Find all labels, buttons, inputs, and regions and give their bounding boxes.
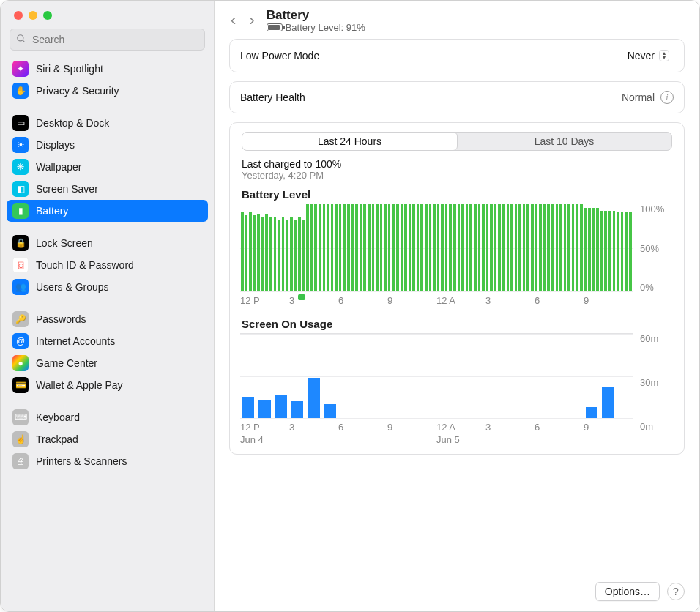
minimize-window-button[interactable]	[29, 11, 37, 20]
screen-on-chart	[240, 334, 633, 419]
time-range-segmented-control[interactable]: Last 24 Hours Last 10 Days	[242, 132, 672, 151]
battery-level-chart-title: Battery Level	[242, 188, 674, 201]
battery-health-panel: Battery Health Normal i	[229, 81, 685, 113]
low-power-mode-value: Never	[628, 50, 655, 61]
sidebar-item-printers-scanners[interactable]: 🖨Printers & Scanners	[7, 450, 208, 472]
sidebar-icon: @	[12, 333, 29, 349]
sidebar-item-label: Keyboard	[36, 411, 80, 423]
battery-health-value: Normal	[622, 92, 655, 103]
nav-back-button[interactable]: ‹	[229, 11, 237, 30]
sidebar-item-label: Game Center	[36, 357, 97, 369]
help-button[interactable]: ?	[667, 583, 685, 600]
battery-chart-y-axis: 100%50%0%	[640, 204, 674, 306]
header: ‹ › Battery Battery Level: 91%	[215, 1, 699, 39]
page-subtitle: Battery Level: 91%	[267, 22, 365, 33]
sidebar-item-trackpad[interactable]: ☝Trackpad	[7, 428, 208, 450]
sidebar-icon: 🖨	[12, 453, 29, 469]
low-power-panel: Low Power Mode Never ▴▾	[229, 39, 685, 72]
sidebar-icon: ✦	[12, 61, 29, 77]
sidebar-item-game-center[interactable]: ●Game Center	[7, 352, 208, 374]
tab-last-10-days[interactable]: Last 10 Days	[457, 133, 671, 150]
sidebar-item-siri-spotlight[interactable]: ✦Siri & Spotlight	[7, 58, 208, 80]
sidebar-search[interactable]	[10, 29, 205, 51]
sidebar-item-label: Desktop & Dock	[36, 117, 109, 129]
sidebar-icon: ▭	[12, 115, 29, 131]
last-charged-title: Last charged to 100%	[242, 158, 674, 170]
sidebar-icon: 👥	[12, 279, 29, 295]
dropdown-caret-icon: ▴▾	[659, 50, 669, 61]
tab-last-24-hours[interactable]: Last 24 Hours	[242, 132, 458, 151]
search-icon	[16, 34, 26, 46]
sidebar-icon: ☀	[12, 137, 29, 153]
sidebar-item-label: Touch ID & Password	[36, 259, 134, 271]
screen-on-chart-x-axis: 12 P36912 A369	[240, 422, 633, 433]
battery-health-info-icon[interactable]: i	[660, 91, 674, 104]
sidebar-item-label: Internet Accounts	[36, 335, 115, 347]
sidebar-item-privacy-security[interactable]: ✋Privacy & Security	[7, 80, 208, 102]
screen-on-chart-dates: Jun 4Jun 5	[240, 434, 633, 445]
sidebar-item-screen-saver[interactable]: ◧Screen Saver	[7, 178, 208, 200]
sidebar-icon: ⌨	[12, 409, 29, 425]
sidebar-item-label: Wallpaper	[36, 161, 82, 173]
charging-marker-icon	[298, 294, 305, 300]
low-power-label: Low Power Mode	[240, 50, 319, 61]
sidebar-icon: ☝	[12, 431, 29, 447]
usage-history-panel: Last 24 Hours Last 10 Days Last charged …	[229, 122, 685, 455]
sidebar-item-displays[interactable]: ☀Displays	[7, 134, 208, 156]
sidebar-item-label: Wallet & Apple Pay	[36, 379, 123, 391]
battery-health-label: Battery Health	[240, 92, 305, 103]
battery-icon	[267, 23, 283, 31]
sidebar-item-touch-id-password[interactable]: ⌼Touch ID & Password	[7, 254, 208, 276]
sidebar-icon: ✋	[12, 83, 29, 99]
low-power-mode-select[interactable]: Never ▴▾	[623, 48, 674, 63]
sidebar-item-lock-screen[interactable]: 🔒Lock Screen	[7, 232, 208, 254]
nav-forward-button[interactable]: ›	[247, 11, 256, 30]
sidebar-list: ✦Siri & Spotlight✋Privacy & Security▭Des…	[1, 58, 214, 611]
sidebar-icon: ❋	[12, 159, 29, 175]
settings-window: ✦Siri & Spotlight✋Privacy & Security▭Des…	[0, 0, 700, 612]
sidebar-icon: ▮	[12, 203, 29, 219]
last-charged-subtitle: Yesterday, 4:20 PM	[242, 170, 674, 181]
sidebar-icon: 🔒	[12, 235, 29, 251]
sidebar-item-desktop-dock[interactable]: ▭Desktop & Dock	[7, 112, 208, 134]
search-input[interactable]	[31, 33, 198, 46]
window-traffic-lights	[1, 1, 214, 29]
sidebar: ✦Siri & Spotlight✋Privacy & Security▭Des…	[1, 1, 215, 611]
sidebar-item-label: Trackpad	[36, 433, 78, 445]
sidebar-item-wallet-apple-pay[interactable]: 💳Wallet & Apple Pay	[7, 374, 208, 396]
main-panel: ‹ › Battery Battery Level: 91% Low Power…	[215, 1, 699, 611]
screen-on-chart-title: Screen On Usage	[242, 318, 674, 330]
fullscreen-window-button[interactable]	[43, 11, 52, 20]
footer: Options… ?	[215, 576, 699, 611]
svg-line-1	[23, 40, 25, 42]
sidebar-item-label: Users & Groups	[36, 281, 109, 293]
sidebar-item-label: Battery	[36, 205, 68, 217]
sidebar-item-label: Screen Saver	[36, 183, 98, 195]
sidebar-item-label: Privacy & Security	[36, 85, 119, 97]
sidebar-icon: ⌼	[12, 257, 29, 273]
sidebar-item-wallpaper[interactable]: ❋Wallpaper	[7, 156, 208, 178]
sidebar-item-internet-accounts[interactable]: @Internet Accounts	[7, 330, 208, 352]
sidebar-item-label: Siri & Spotlight	[36, 63, 103, 75]
sidebar-icon: 💳	[12, 377, 29, 393]
svg-point-0	[18, 34, 23, 40]
options-button[interactable]: Options…	[595, 582, 660, 601]
close-window-button[interactable]	[14, 11, 23, 20]
battery-level-text: Battery Level: 91%	[286, 22, 365, 33]
battery-level-chart	[240, 204, 633, 292]
sidebar-item-keyboard[interactable]: ⌨Keyboard	[7, 406, 208, 428]
sidebar-icon: 🔑	[12, 311, 29, 327]
sidebar-item-label: Printers & Scanners	[36, 455, 127, 467]
sidebar-item-passwords[interactable]: 🔑Passwords	[7, 308, 208, 330]
screen-on-chart-y-axis: 60m30m0m	[640, 333, 674, 445]
page-title: Battery	[267, 8, 365, 23]
sidebar-item-battery[interactable]: ▮Battery	[7, 200, 208, 222]
sidebar-icon: ◧	[12, 181, 29, 197]
sidebar-icon: ●	[12, 355, 29, 371]
sidebar-item-users-groups[interactable]: 👥Users & Groups	[7, 276, 208, 298]
sidebar-item-label: Displays	[36, 139, 75, 151]
sidebar-item-label: Lock Screen	[36, 237, 93, 249]
sidebar-item-label: Passwords	[36, 313, 86, 325]
